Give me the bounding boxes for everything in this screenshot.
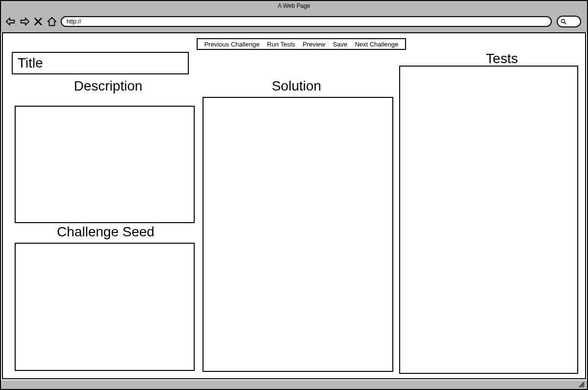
solution-panel[interactable]	[203, 97, 393, 372]
challenge-seed-panel[interactable]	[15, 243, 195, 371]
description-panel[interactable]	[15, 106, 195, 223]
save-button[interactable]: Save	[333, 41, 347, 48]
previous-challenge-button[interactable]: Previous Challenge	[204, 41, 260, 48]
title-input[interactable]: Title	[12, 52, 189, 74]
status-bar	[1, 380, 587, 389]
title-placeholder: Title	[18, 55, 43, 71]
url-input[interactable]: http://	[61, 16, 552, 27]
tests-panel[interactable]	[399, 66, 578, 374]
challenge-seed-label: Challenge Seed	[32, 224, 179, 240]
action-menu: Previous Challenge Run Tests Preview Sav…	[197, 38, 406, 50]
description-label: Description	[47, 78, 169, 94]
browser-window: A Web Page http://	[0, 0, 588, 390]
browser-toolbar: http://	[1, 11, 587, 32]
solution-label: Solution	[243, 78, 350, 94]
forward-icon[interactable]	[19, 16, 30, 27]
run-tests-button[interactable]: Run Tests	[267, 41, 295, 48]
search-button[interactable]	[557, 16, 581, 27]
resize-grip-icon[interactable]	[578, 381, 585, 388]
page-content: Previous Challenge Run Tests Preview Sav…	[2, 32, 586, 379]
home-icon[interactable]	[46, 16, 58, 27]
url-text: http://	[67, 17, 81, 26]
stop-icon[interactable]	[32, 16, 44, 27]
tests-label: Tests	[463, 51, 541, 67]
search-icon	[561, 19, 566, 24]
preview-button[interactable]: Preview	[303, 41, 325, 48]
window-title: A Web Page	[1, 1, 587, 11]
next-challenge-button[interactable]: Next Challenge	[355, 41, 398, 48]
back-icon[interactable]	[5, 16, 17, 27]
